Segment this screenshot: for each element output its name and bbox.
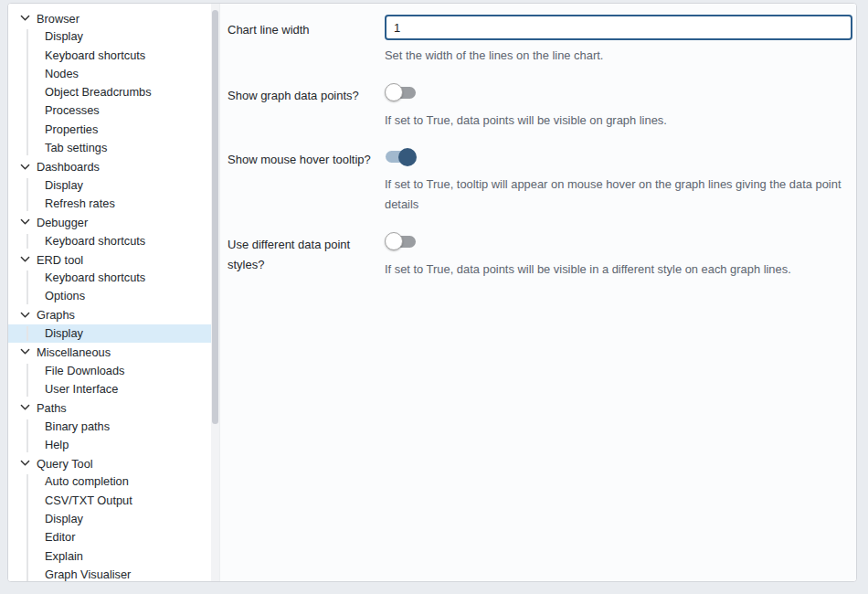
use-different-data-point-styles-toggle[interactable] xyxy=(386,236,416,248)
tree-children-browser: DisplayKeyboard shortcutsNodesObject Bre… xyxy=(8,27,219,157)
field-label: Use different data point styles? xyxy=(228,229,385,280)
preferences-tree: BrowserDisplayKeyboard shortcutsNodesObj… xyxy=(8,9,219,581)
chevron-down-icon xyxy=(20,15,30,22)
tree-item-paths-binary-paths[interactable]: Binary paths xyxy=(8,418,219,436)
field-help-text: Set the width of the lines on the line c… xyxy=(385,46,847,66)
tree-item-browser-display[interactable]: Display xyxy=(8,27,219,46)
preferences-dialog: BrowserDisplayKeyboard shortcutsNodesObj… xyxy=(7,3,857,582)
tree-item-debugger-keyboard-shortcuts[interactable]: Keyboard shortcuts xyxy=(8,232,219,250)
field-help-text: If set to True, data points will be visi… xyxy=(385,260,847,280)
tree-children-debugger: Keyboard shortcuts xyxy=(8,232,219,250)
tree-group-label: Debugger xyxy=(37,216,88,229)
tree-group-label: Miscellaneous xyxy=(37,345,111,359)
tree-item-paths-help[interactable]: Help xyxy=(8,436,219,454)
tree-item-query-tool-explain[interactable]: Explain xyxy=(8,547,219,566)
toggle-knob xyxy=(398,148,417,166)
tree-group-label: Paths xyxy=(37,401,67,415)
tree-children-paths: Binary pathsHelp xyxy=(8,418,219,455)
tree-item-browser-processes[interactable]: Processes xyxy=(8,101,219,120)
field-row-show-mouse-hover-tooltip: Show mouse hover tooltip?If set to True,… xyxy=(228,144,852,214)
tree-group-dashboards[interactable]: Dashboards xyxy=(8,157,219,175)
tree-group-graphs[interactable]: Graphs xyxy=(8,306,219,324)
tree-item-erd-tool-options[interactable]: Options xyxy=(8,287,219,305)
tree-children-query-tool: Auto completionCSV/TXT OutputDisplayEdit… xyxy=(8,472,219,581)
tree-group-label: ERD tool xyxy=(37,253,83,267)
toggle-knob xyxy=(385,83,403,101)
tree-item-dashboards-display[interactable]: Display xyxy=(8,176,219,195)
tree-item-miscellaneous-user-interface[interactable]: User Interface xyxy=(8,380,219,398)
tree-group-debugger[interactable]: Debugger xyxy=(8,213,219,231)
tree-children-dashboards: DisplayRefresh rates xyxy=(8,176,219,214)
show-mouse-hover-tooltip-toggle[interactable] xyxy=(386,151,416,163)
tree-item-dashboards-refresh-rates[interactable]: Refresh rates xyxy=(8,195,219,213)
tree-group-label: Graphs xyxy=(37,308,75,322)
tree-item-query-tool-display[interactable]: Display xyxy=(8,510,219,528)
tree-item-browser-properties[interactable]: Properties xyxy=(8,121,219,139)
field-row-show-graph-data-points: Show graph data points?If set to True, d… xyxy=(228,80,852,131)
chevron-down-icon xyxy=(20,218,30,226)
chevron-down-icon xyxy=(20,404,30,411)
field-control: If set to True, data points will be visi… xyxy=(385,229,852,280)
field-label: Show mouse hover tooltip? xyxy=(228,144,385,214)
field-help-text: If set to True, tooltip will appear on m… xyxy=(385,175,847,214)
tree-item-miscellaneous-file-downloads[interactable]: File Downloads xyxy=(8,362,219,380)
preferences-sidebar: BrowserDisplayKeyboard shortcutsNodesObj… xyxy=(8,4,220,581)
tree-children-miscellaneous: File DownloadsUser Interface xyxy=(8,362,219,399)
tree-group-browser[interactable]: Browser xyxy=(8,9,219,27)
tree-item-browser-nodes[interactable]: Nodes xyxy=(8,65,219,83)
chevron-down-icon xyxy=(20,164,30,171)
tree-item-query-tool-csv-txt-output[interactable]: CSV/TXT Output xyxy=(8,492,219,510)
tree-children-graphs: Display xyxy=(8,324,219,343)
field-control: If set to True, tooltip will appear on m… xyxy=(385,144,852,214)
chevron-down-icon xyxy=(20,256,30,263)
tree-item-graphs-display[interactable]: Display xyxy=(8,324,219,343)
tree-group-label: Browser xyxy=(37,12,79,26)
tree-group-query-tool[interactable]: Query Tool xyxy=(8,454,219,472)
toggle-knob xyxy=(385,232,403,250)
tree-children-erd-tool: Keyboard shortcutsOptions xyxy=(8,269,219,306)
tree-group-erd-tool[interactable]: ERD tool xyxy=(8,250,219,269)
tree-group-miscellaneous[interactable]: Miscellaneous xyxy=(8,343,219,361)
tree-item-query-tool-auto-completion[interactable]: Auto completion xyxy=(8,472,219,491)
sidebar-scrollbar-thumb[interactable] xyxy=(212,10,218,424)
tree-group-label: Dashboards xyxy=(37,160,100,174)
tree-item-erd-tool-keyboard-shortcuts[interactable]: Keyboard shortcuts xyxy=(8,269,219,287)
chevron-down-icon xyxy=(20,348,30,355)
preferences-panel: Chart line widthSet the width of the lin… xyxy=(220,4,856,581)
tree-item-query-tool-graph-visualiser[interactable]: Graph Visualiser xyxy=(8,566,219,581)
tree-item-browser-tab-settings[interactable]: Tab settings xyxy=(8,139,219,157)
tree-item-browser-object-breadcrumbs[interactable]: Object Breadcrumbs xyxy=(8,83,219,101)
field-control: If set to True, data points will be visi… xyxy=(385,80,852,131)
chevron-down-icon xyxy=(20,460,30,467)
tree-group-label: Query Tool xyxy=(37,457,93,471)
field-help-text: If set to True, data points will be visi… xyxy=(385,111,847,131)
tree-item-query-tool-editor[interactable]: Editor xyxy=(8,528,219,546)
field-control: Set the width of the lines on the line c… xyxy=(385,15,852,66)
field-row-use-different-data-point-styles: Use different data point styles?If set t… xyxy=(228,229,852,280)
chart-line-width-input[interactable] xyxy=(385,15,852,40)
chevron-down-icon xyxy=(20,312,30,319)
tree-item-browser-keyboard-shortcuts[interactable]: Keyboard shortcuts xyxy=(8,47,219,65)
field-label: Show graph data points? xyxy=(228,80,385,131)
tree-group-paths[interactable]: Paths xyxy=(8,398,219,417)
field-label: Chart line width xyxy=(228,15,385,66)
show-graph-data-points-toggle[interactable] xyxy=(386,87,416,99)
field-row-chart-line-width: Chart line widthSet the width of the lin… xyxy=(228,15,852,66)
